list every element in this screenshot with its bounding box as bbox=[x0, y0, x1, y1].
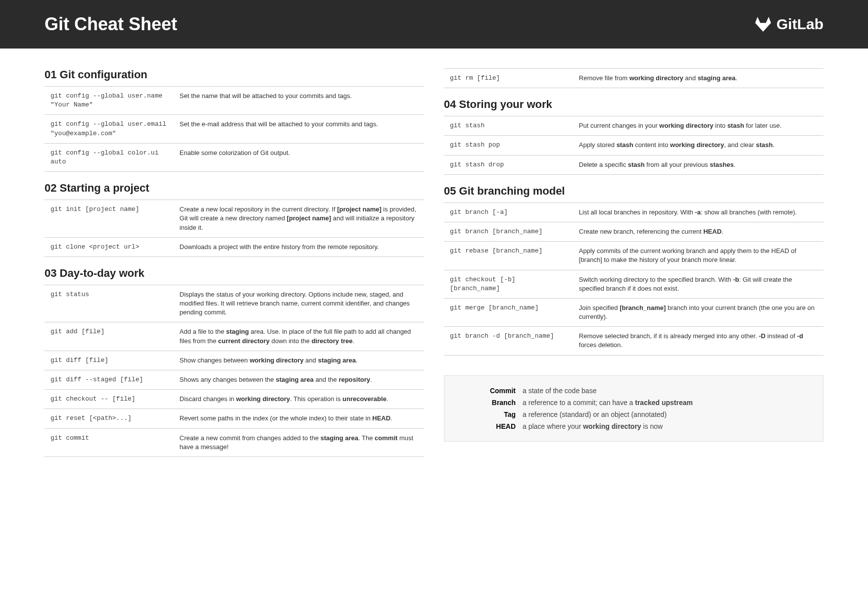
table-row: git stashPut current changes in your wor… bbox=[444, 116, 823, 136]
table-row: git diff [file]Show changes between work… bbox=[45, 351, 424, 370]
description-cell: Remove file from working directory and s… bbox=[573, 69, 823, 88]
header: Git Cheat Sheet GitLab bbox=[0, 0, 868, 49]
description-cell: Downloads a project with the entire hist… bbox=[174, 237, 424, 256]
table-row: git branch -d [branch_name]Remove select… bbox=[444, 327, 823, 355]
description-cell: Remove selected branch, if it is already… bbox=[573, 327, 823, 355]
table-row: git branch [branch_name]Create new branc… bbox=[444, 222, 823, 241]
glossary-row: Commita state of the code base bbox=[456, 385, 811, 397]
section-title-01: 01 Git configuration bbox=[45, 68, 424, 81]
command-cell: git reset [<path>...] bbox=[45, 409, 174, 428]
table-row: git merge [branch_name]Join specified [b… bbox=[444, 298, 823, 326]
command-cell: git checkout -- [file] bbox=[45, 390, 174, 409]
glossary-def: a reference (standard) or an object (ann… bbox=[523, 410, 811, 418]
table-row: git statusDisplays the status of your wo… bbox=[45, 285, 424, 322]
command-cell: git config --global color.ui auto bbox=[45, 143, 174, 171]
table-row: git config --global color.ui autoEnable … bbox=[45, 143, 424, 171]
table-row: git rebase [branch_name]Apply commits of… bbox=[444, 242, 823, 270]
command-cell: git rm [file] bbox=[444, 69, 573, 88]
command-cell: git clone <project url> bbox=[45, 237, 174, 256]
description-cell: Create new branch, referencing the curre… bbox=[573, 222, 823, 241]
description-cell: Switch working directory to the specifie… bbox=[573, 270, 823, 298]
right-column: git rm [file]Remove file from working di… bbox=[444, 68, 823, 457]
description-cell: Show changes between working directory a… bbox=[174, 351, 424, 370]
table-04: git stashPut current changes in your wor… bbox=[444, 116, 823, 175]
description-cell: Set the e-mail address that will be atta… bbox=[174, 115, 424, 143]
command-cell: git config --global user.name "Your Name… bbox=[45, 87, 174, 115]
brand: GitLab bbox=[755, 16, 823, 33]
brand-text: GitLab bbox=[776, 16, 823, 33]
table-row: git branch [-a]List all local branches i… bbox=[444, 203, 823, 222]
description-cell: Delete a specific stash from all your pr… bbox=[573, 155, 823, 174]
description-cell: Join specified [branch_name] branch into… bbox=[573, 298, 823, 326]
description-cell: Add a file to the staging area. Use. in … bbox=[174, 322, 424, 351]
content: 01 Git configuration git config --global… bbox=[0, 49, 868, 472]
table-row: git checkout [-b] [branch_name]Switch wo… bbox=[444, 270, 823, 298]
table-row: git commitCreate a new commit from chang… bbox=[45, 428, 424, 457]
command-cell: git merge [branch_name] bbox=[444, 298, 573, 326]
glossary-row: HEADa place where your working directory… bbox=[456, 420, 811, 432]
command-cell: git status bbox=[45, 285, 174, 322]
description-cell: Set the name that will be attached to yo… bbox=[174, 87, 424, 115]
description-cell: Put current changes in your working dire… bbox=[573, 116, 823, 136]
section-title-05: 05 Git branching model bbox=[444, 185, 823, 198]
description-cell: Enable some colorization of Git output. bbox=[174, 143, 424, 171]
command-cell: git add [file] bbox=[45, 322, 174, 351]
glossary-def: a place where your working directory is … bbox=[523, 422, 811, 430]
table-row: git config --global user.name "Your Name… bbox=[45, 87, 424, 115]
table-row: git checkout -- [file]Discard changes in… bbox=[45, 390, 424, 409]
command-cell: git branch -d [branch_name] bbox=[444, 327, 573, 355]
table-row: git init [project name]Create a new loca… bbox=[45, 200, 424, 238]
table-01: git config --global user.name "Your Name… bbox=[45, 86, 424, 172]
description-cell: Revert some paths in the index (or the w… bbox=[174, 409, 424, 428]
table-05: git branch [-a]List all local branches i… bbox=[444, 203, 823, 356]
description-cell: Shows any changes between the staging ar… bbox=[174, 370, 424, 390]
table-row: git stash popApply stored stash content … bbox=[444, 136, 823, 155]
command-cell: git branch [-a] bbox=[444, 203, 573, 222]
command-cell: git config --global user.email "you@exam… bbox=[45, 115, 174, 143]
section-title-03: 03 Day-to-day work bbox=[45, 267, 424, 280]
glossary-row: Taga reference (standard) or an object (… bbox=[456, 409, 811, 420]
table-row: git clone <project url>Downloads a proje… bbox=[45, 237, 424, 256]
table-row: git stash dropDelete a specific stash fr… bbox=[444, 155, 823, 174]
command-cell: git init [project name] bbox=[45, 200, 174, 238]
glossary-term: Tag bbox=[456, 410, 516, 418]
table-03: git statusDisplays the status of your wo… bbox=[45, 285, 424, 457]
left-column: 01 Git configuration git config --global… bbox=[45, 68, 424, 457]
command-cell: git checkout [-b] [branch_name] bbox=[444, 270, 573, 298]
description-cell: Displays the status of your working dire… bbox=[174, 285, 424, 322]
table-02: git init [project name]Create a new loca… bbox=[45, 200, 424, 257]
section-title-04: 04 Storing your work bbox=[444, 98, 823, 111]
command-cell: git stash bbox=[444, 116, 573, 136]
description-cell: Discard changes in working directory. Th… bbox=[174, 390, 424, 409]
description-cell: Apply commits of the current working bra… bbox=[573, 242, 823, 270]
table-row: git rm [file]Remove file from working di… bbox=[444, 69, 823, 88]
glossary-term: Commit bbox=[456, 387, 516, 395]
description-cell: Create a new commit from changes added t… bbox=[174, 428, 424, 457]
glossary-row: Brancha reference to a commit; can have … bbox=[456, 397, 811, 409]
table-row: git config --global user.email "you@exam… bbox=[45, 115, 424, 143]
gitlab-logo-icon bbox=[755, 16, 772, 32]
page-title: Git Cheat Sheet bbox=[45, 14, 177, 35]
table-row: git diff --staged [file]Shows any change… bbox=[45, 370, 424, 390]
table-row: git reset [<path>...]Revert some paths i… bbox=[45, 409, 424, 428]
glossary-term: HEAD bbox=[456, 422, 516, 430]
glossary-def: a reference to a commit; can have a trac… bbox=[523, 399, 811, 407]
table-03b: git rm [file]Remove file from working di… bbox=[444, 68, 823, 88]
command-cell: git branch [branch_name] bbox=[444, 222, 573, 241]
glossary: Commita state of the code baseBrancha re… bbox=[444, 375, 823, 442]
command-cell: git stash drop bbox=[444, 155, 573, 174]
table-row: git add [file]Add a file to the staging … bbox=[45, 322, 424, 351]
description-cell: List all local branches in repository. W… bbox=[573, 203, 823, 222]
command-cell: git commit bbox=[45, 428, 174, 457]
command-cell: git diff [file] bbox=[45, 351, 174, 370]
command-cell: git diff --staged [file] bbox=[45, 370, 174, 390]
command-cell: git stash pop bbox=[444, 136, 573, 155]
command-cell: git rebase [branch_name] bbox=[444, 242, 573, 270]
glossary-term: Branch bbox=[456, 399, 516, 407]
glossary-def: a state of the code base bbox=[523, 387, 811, 395]
description-cell: Create a new local repository in the cur… bbox=[174, 200, 424, 238]
description-cell: Apply stored stash content into working … bbox=[573, 136, 823, 155]
section-title-02: 02 Starting a project bbox=[45, 182, 424, 195]
